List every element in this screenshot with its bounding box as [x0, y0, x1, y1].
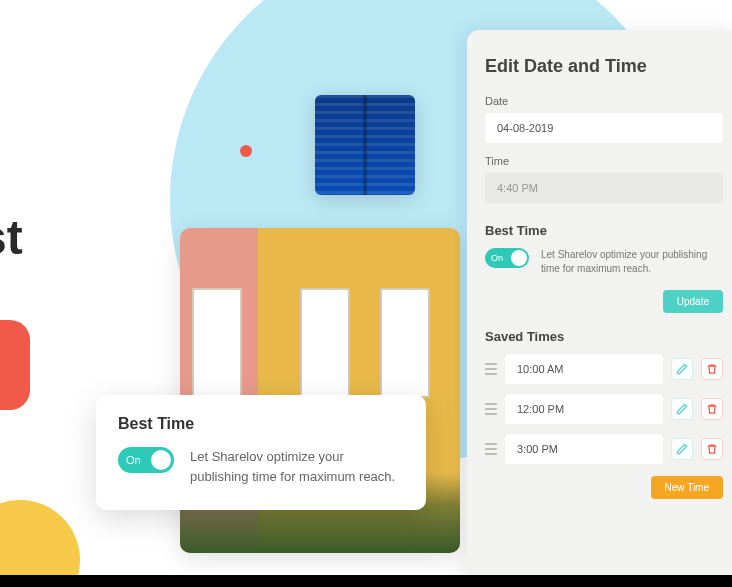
pencil-icon — [676, 363, 688, 375]
edit-time-button[interactable] — [671, 438, 693, 460]
edit-time-button[interactable] — [671, 398, 693, 420]
new-time-button[interactable]: New Time — [651, 476, 723, 499]
background-blob-yellow — [0, 500, 80, 587]
best-time-toggle[interactable]: On — [118, 447, 174, 473]
saved-time-value: 3:00 PM — [505, 434, 663, 464]
pencil-icon — [676, 443, 688, 455]
bottom-black-bar — [0, 575, 732, 587]
saved-time-value: 10:00 AM — [505, 354, 663, 384]
drag-handle-icon[interactable] — [485, 363, 497, 375]
toggle-label: On — [126, 454, 141, 466]
trash-icon — [706, 403, 718, 415]
date-label: Date — [485, 95, 723, 107]
delete-time-button[interactable] — [701, 358, 723, 380]
panel-best-time-description: Let Sharelov optimize your publishing ti… — [541, 248, 723, 276]
panel-best-time-toggle[interactable]: On — [485, 248, 529, 268]
panel-toggle-knob — [511, 250, 527, 266]
background-blob-red — [0, 320, 30, 410]
panel-toggle-label: On — [491, 253, 503, 263]
best-time-section-title: Best Time — [485, 223, 723, 238]
saved-times-title: Saved Times — [485, 329, 723, 344]
edit-datetime-panel: Edit Date and Time Date Time Best Time O… — [467, 30, 732, 587]
trash-icon — [706, 443, 718, 455]
best-time-card: Best Time On Let Sharelov optimize your … — [96, 395, 426, 510]
update-button[interactable]: Update — [663, 290, 723, 313]
drag-handle-icon[interactable] — [485, 403, 497, 415]
saved-time-value: 12:00 PM — [505, 394, 663, 424]
saved-time-row: 12:00 PM — [485, 394, 723, 424]
delete-time-button[interactable] — [701, 398, 723, 420]
best-time-card-title: Best Time — [118, 415, 404, 433]
thumbnail-tile — [315, 95, 415, 195]
pencil-icon — [676, 403, 688, 415]
toggle-knob — [151, 450, 171, 470]
saved-time-row: 3:00 PM — [485, 434, 723, 464]
saved-time-row: 10:00 AM — [485, 354, 723, 384]
time-input — [485, 173, 723, 203]
page-heading-fragment: st — [0, 210, 23, 265]
delete-time-button[interactable] — [701, 438, 723, 460]
saved-times-list: 10:00 AM 12:00 PM 3:00 PM — [485, 354, 723, 464]
best-time-description: Let Sharelov optimize your publishing ti… — [190, 447, 404, 486]
edit-time-button[interactable] — [671, 358, 693, 380]
panel-title: Edit Date and Time — [485, 56, 723, 77]
decorative-dot — [240, 145, 252, 157]
drag-handle-icon[interactable] — [485, 443, 497, 455]
trash-icon — [706, 363, 718, 375]
time-label: Time — [485, 155, 723, 167]
date-input[interactable] — [485, 113, 723, 143]
